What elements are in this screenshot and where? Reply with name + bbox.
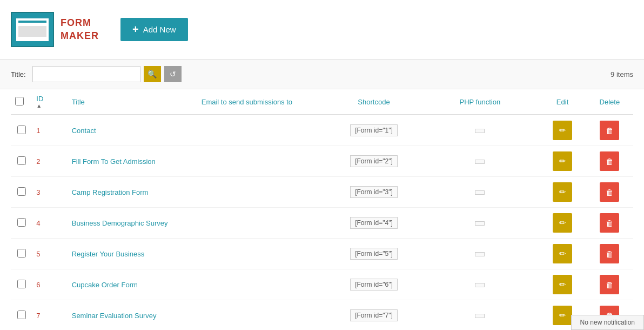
edit-button[interactable]: ✏	[553, 275, 572, 294]
row-php-cell	[421, 300, 539, 331]
row-edit-cell: ✏	[539, 146, 586, 177]
edit-button[interactable]: ✏	[553, 244, 572, 263]
row-checkbox-cell	[11, 239, 32, 269]
add-new-button[interactable]: + Add New	[120, 18, 188, 41]
items-count: 9 items	[611, 70, 633, 78]
row-checkbox[interactable]	[17, 218, 26, 227]
row-checkbox[interactable]	[17, 187, 26, 196]
logo-screen	[16, 18, 49, 41]
row-email-cell	[197, 269, 327, 300]
row-php-cell	[421, 115, 539, 146]
row-delete-cell: 🗑	[586, 115, 633, 146]
row-checkbox[interactable]	[17, 280, 26, 288]
row-id-cell: 6	[32, 269, 67, 300]
row-checkbox-cell	[11, 177, 32, 208]
toolbar-search-area: Title: 🔍 ↺	[11, 66, 182, 82]
row-checkbox-cell	[11, 269, 32, 300]
shortcode-box: [Form id="7"]	[350, 309, 398, 321]
shortcode-box: [Form id="1"]	[350, 124, 398, 136]
brand-name: FORM MAKER	[61, 17, 99, 42]
forms-table: ID ▲ Title Email to send submissions to …	[11, 89, 633, 330]
row-checkbox[interactable]	[17, 249, 26, 258]
th-php: PHP function	[421, 89, 539, 115]
row-delete-cell: 🗑	[586, 269, 633, 300]
table-row: 3 Camp Registration Form [Form id="3"] ✏…	[11, 177, 633, 208]
row-title-link[interactable]: Business Demographic Survey	[72, 219, 168, 227]
th-id[interactable]: ID ▲	[32, 89, 67, 115]
table-row: 6 Cupcake Order Form [Form id="6"] ✏ 🗑	[11, 269, 633, 300]
delete-button[interactable]: 🗑	[600, 213, 619, 233]
add-new-label: Add New	[143, 25, 176, 34]
shortcode-box: [Form id="6"]	[350, 279, 398, 291]
reset-button[interactable]: ↺	[164, 66, 182, 82]
row-id: 3	[36, 188, 40, 196]
delete-button[interactable]: 🗑	[600, 244, 619, 263]
row-delete-cell: 🗑	[586, 239, 633, 269]
title-label: Title:	[11, 70, 26, 78]
row-id: 4	[36, 219, 40, 227]
row-id-cell: 7	[32, 300, 67, 331]
table-row: 1 Contact [Form id="1"] ✏ 🗑	[11, 115, 633, 146]
row-title-cell: Contact	[68, 115, 197, 146]
th-edit: Edit	[539, 89, 586, 115]
row-id: 2	[36, 157, 40, 166]
delete-button[interactable]: 🗑	[600, 121, 619, 140]
delete-button[interactable]: 🗑	[600, 182, 619, 202]
row-title-link[interactable]: Register Your Business	[72, 250, 144, 258]
php-box	[475, 252, 485, 256]
edit-button[interactable]: ✏	[553, 151, 572, 171]
row-title-link[interactable]: Cupcake Order Form	[72, 281, 138, 289]
search-button[interactable]: 🔍	[144, 66, 161, 82]
delete-button[interactable]: 🗑	[600, 275, 619, 294]
row-checkbox[interactable]	[17, 311, 26, 319]
shortcode-box: [Form id="2"]	[350, 155, 398, 167]
edit-button[interactable]: ✏	[553, 306, 572, 325]
toolbar: Title: 🔍 ↺ 9 items	[0, 60, 644, 89]
row-edit-cell: ✏	[539, 177, 586, 208]
th-title[interactable]: Title	[68, 89, 197, 115]
reset-icon: ↺	[170, 70, 176, 78]
row-checkbox[interactable]	[17, 126, 26, 134]
php-box	[475, 160, 485, 164]
row-php-cell	[421, 269, 539, 300]
row-delete-cell: 🗑	[586, 208, 633, 239]
php-box	[475, 314, 485, 318]
table-header-row: ID ▲ Title Email to send submissions to …	[11, 89, 633, 115]
edit-button[interactable]: ✏	[553, 213, 572, 233]
row-title-link[interactable]: Camp Registration Form	[72, 188, 149, 196]
row-id-cell: 5	[32, 239, 67, 269]
php-box	[475, 283, 485, 287]
edit-button[interactable]: ✏	[553, 182, 572, 202]
delete-button[interactable]: 🗑	[600, 151, 619, 171]
th-delete: Delete	[586, 89, 633, 115]
edit-button[interactable]: ✏	[553, 121, 572, 140]
plus-icon: +	[132, 23, 139, 36]
select-all-checkbox[interactable]	[15, 97, 24, 105]
th-checkbox	[11, 89, 32, 115]
row-title-link[interactable]: Seminar Evaluation Survey	[72, 312, 157, 320]
row-title-link[interactable]: Fill Form To Get Admission	[72, 157, 156, 166]
notification-text: No new notification	[580, 319, 635, 326]
php-box	[475, 221, 485, 226]
sort-asc-icon: ▲	[36, 103, 42, 109]
row-checkbox-cell	[11, 115, 32, 146]
search-input[interactable]	[32, 66, 140, 82]
row-shortcode-cell: [Form id="7"]	[327, 300, 421, 331]
app-header: FORM MAKER + Add New	[0, 0, 644, 60]
row-email-cell	[197, 146, 327, 177]
row-edit-cell: ✏	[539, 239, 586, 269]
row-email-cell	[197, 177, 327, 208]
row-checkbox[interactable]	[17, 156, 26, 165]
table-row: 4 Business Demographic Survey [Form id="…	[11, 208, 633, 239]
row-php-cell	[421, 239, 539, 269]
row-title-link[interactable]: Contact	[72, 127, 96, 135]
search-icon: 🔍	[147, 70, 157, 78]
row-shortcode-cell: [Form id="5"]	[327, 239, 421, 269]
notification-bar: No new notification	[571, 315, 644, 330]
row-id-cell: 1	[32, 115, 67, 146]
table-row: 5 Register Your Business [Form id="5"] ✏…	[11, 239, 633, 269]
row-php-cell	[421, 146, 539, 177]
row-shortcode-cell: [Form id="2"]	[327, 146, 421, 177]
row-email-cell	[197, 300, 327, 331]
th-email[interactable]: Email to send submissions to	[197, 89, 327, 115]
